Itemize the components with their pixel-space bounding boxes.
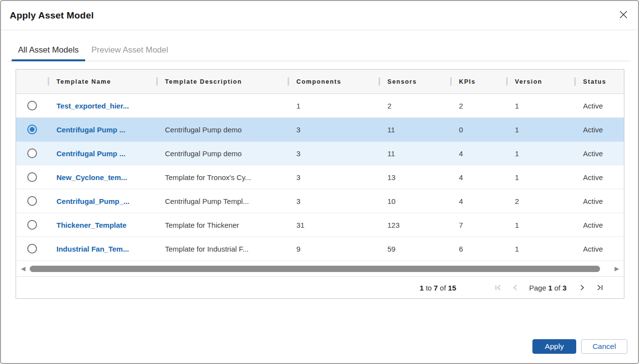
row-radio[interactable] — [27, 220, 37, 230]
row-radio[interactable] — [27, 101, 37, 110]
status-cell: Active — [574, 221, 625, 229]
template-description-cell: Centrifugal Pump demo — [156, 126, 288, 134]
close-button[interactable] — [616, 7, 631, 22]
page-title: Apply Asset Model — [10, 10, 94, 21]
asset-model-table: Template Name Template Description Compo… — [16, 69, 624, 299]
template-name-link[interactable]: Test_exported_hier... — [56, 102, 129, 110]
tab-label: Preview Asset Model — [91, 45, 168, 55]
pagination: 1 to 7 of 15 Page 1 of 3 — [16, 277, 624, 298]
kpis-cell: 6 — [450, 245, 506, 253]
components-cell: 3 — [288, 197, 379, 205]
tab-all-asset-models[interactable]: All Asset Models — [12, 41, 85, 61]
kpis-cell: 0 — [450, 126, 506, 134]
page-indicator: Page 1 of 3 — [529, 284, 566, 292]
scroll-right-icon[interactable]: ▶ — [615, 266, 619, 272]
template-name-link[interactable]: Centrifugal_Pump_... — [56, 197, 129, 205]
sensors-cell: 10 — [379, 197, 450, 205]
kpis-cell: 4 — [450, 197, 506, 205]
scrollbar-thumb[interactable] — [30, 266, 600, 272]
header-template-name: Template Name — [48, 70, 156, 93]
column-divider — [506, 77, 508, 86]
template-name-link[interactable]: Thickener_Template — [56, 221, 127, 229]
components-cell: 1 — [288, 102, 379, 110]
template-name-link[interactable]: Centrifugal Pump ... — [56, 149, 126, 158]
header-status: Status — [574, 70, 625, 93]
apply-button[interactable]: Apply — [532, 339, 576, 354]
version-cell: 1 — [506, 173, 574, 182]
table-row[interactable]: Industrial Fan_Tem... Template for Indus… — [16, 237, 624, 261]
last-page-button[interactable] — [593, 281, 606, 294]
template-description-cell: Centrifugal Pump Templ... — [156, 197, 288, 205]
column-divider — [48, 77, 49, 86]
version-cell: 2 — [506, 197, 574, 205]
header-kpis: KPIs — [450, 70, 506, 93]
status-cell: Active — [574, 149, 625, 158]
status-cell: Active — [574, 126, 625, 134]
column-divider — [156, 77, 158, 86]
table-row[interactable]: Test_exported_hier... 1 2 2 1 Active — [16, 94, 624, 118]
version-cell: 1 — [506, 102, 574, 110]
status-cell: Active — [574, 245, 625, 253]
status-cell: Active — [574, 197, 625, 205]
sensors-cell: 59 — [379, 245, 450, 253]
version-cell: 1 — [506, 221, 574, 229]
header-radio-column — [16, 70, 48, 93]
column-divider — [450, 77, 452, 86]
table-row[interactable]: New_Cyclone_tem... Template for Tronox's… — [16, 165, 624, 189]
version-cell: 1 — [506, 149, 574, 158]
table-row[interactable]: Centrifugal Pump ... Centrifugal Pump de… — [16, 118, 624, 142]
status-cell: Active — [574, 102, 625, 110]
dialog-title-bar: Apply Asset Model — [1, 1, 638, 30]
sensors-cell: 11 — [379, 126, 450, 134]
dialog-footer: Apply Cancel — [522, 339, 638, 363]
first-page-button[interactable] — [491, 281, 505, 294]
header-components: Components — [288, 70, 379, 93]
table-row[interactable]: Centrifugal Pump ... Centrifugal Pump de… — [16, 142, 624, 165]
template-description-cell: Template for Thickener — [156, 221, 288, 229]
tab-preview-asset-model[interactable]: Preview Asset Model — [85, 41, 175, 61]
last-page-icon — [596, 284, 603, 291]
table-row[interactable]: Centrifugal_Pump_... Centrifugal Pump Te… — [16, 189, 624, 213]
chevron-right-icon — [579, 284, 585, 291]
template-name-link[interactable]: Industrial Fan_Tem... — [56, 245, 129, 253]
next-page-button[interactable] — [575, 281, 589, 294]
row-radio-selected[interactable] — [27, 125, 37, 134]
header-sensors: Sensors — [379, 70, 450, 93]
components-cell: 31 — [288, 221, 379, 229]
template-description-cell: Centrifugal Pump demo — [156, 149, 288, 158]
column-divider — [379, 77, 380, 86]
previous-page-button[interactable] — [509, 281, 522, 294]
sensors-cell: 11 — [379, 149, 450, 158]
row-range-label: 1 to 7 of 15 — [420, 284, 456, 292]
template-description-cell: Template for Tronox's Cy... — [156, 173, 288, 182]
row-radio[interactable] — [27, 196, 37, 206]
version-cell: 1 — [506, 245, 574, 253]
header-template-description: Template Description — [156, 70, 288, 93]
sensors-cell: 2 — [379, 102, 450, 110]
kpis-cell: 7 — [450, 221, 506, 229]
template-name-link[interactable]: New_Cyclone_tem... — [56, 173, 127, 182]
components-cell: 3 — [288, 126, 379, 134]
table-header: Template Name Template Description Compo… — [16, 70, 624, 94]
cancel-button[interactable]: Cancel — [581, 339, 627, 354]
sensors-cell: 123 — [379, 221, 450, 229]
column-divider — [288, 77, 289, 86]
template-description-cell: Template for Industrial F... — [156, 245, 288, 253]
row-radio[interactable] — [27, 244, 37, 254]
kpis-cell: 4 — [450, 173, 506, 182]
close-icon — [619, 10, 628, 19]
components-cell: 3 — [288, 149, 379, 158]
scroll-left-icon[interactable]: ◀ — [21, 266, 25, 272]
tab-label: All Asset Models — [18, 45, 79, 55]
table-row[interactable]: Thickener_Template Template for Thickene… — [16, 213, 624, 237]
row-radio[interactable] — [27, 148, 37, 158]
status-cell: Active — [574, 173, 625, 182]
kpis-cell: 4 — [450, 149, 506, 158]
kpis-cell: 2 — [450, 102, 506, 110]
first-page-icon — [494, 284, 502, 291]
row-radio[interactable] — [27, 172, 37, 182]
template-name-link[interactable]: Centrifugal Pump ... — [56, 126, 126, 134]
horizontal-scrollbar[interactable]: ◀ ▶ — [16, 261, 624, 277]
header-version: Version — [506, 70, 574, 93]
components-cell: 9 — [288, 245, 379, 253]
